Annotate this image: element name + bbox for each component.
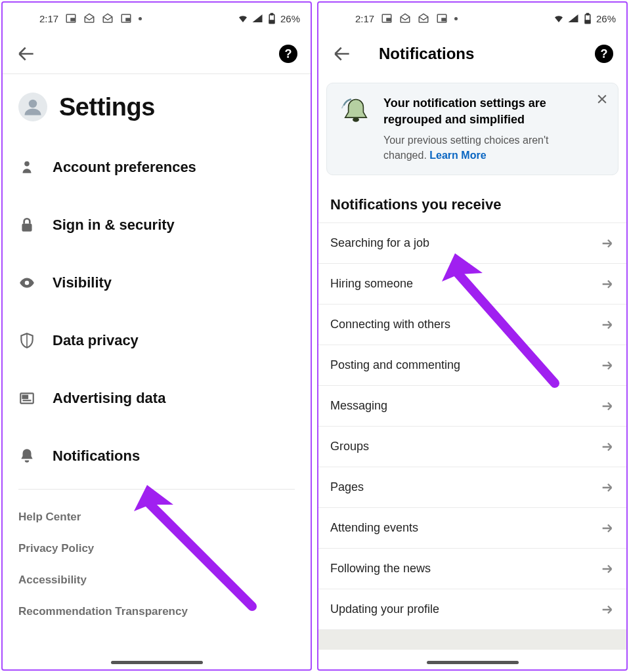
mail-icon bbox=[399, 12, 411, 24]
svg-rect-5 bbox=[269, 20, 274, 24]
arrow-right-icon bbox=[600, 358, 615, 373]
notif-item-label: Pages bbox=[330, 480, 364, 494]
notif-item-label: Messaging bbox=[330, 399, 387, 413]
notif-item-pages[interactable]: Pages bbox=[318, 467, 626, 508]
notif-item-connecting-with-others[interactable]: Connecting with others bbox=[318, 304, 626, 345]
info-banner: Your notification settings are regrouped… bbox=[326, 83, 618, 175]
cellular-icon bbox=[567, 12, 579, 24]
arrow-right-icon bbox=[600, 521, 615, 536]
footer-link-recommendation-transparency[interactable]: Recommendation Transparency bbox=[18, 596, 295, 627]
mail-icon bbox=[83, 12, 95, 24]
arrow-right-icon bbox=[600, 562, 615, 576]
battery-icon bbox=[266, 12, 278, 24]
settings-item-data-privacy[interactable]: Data privacy bbox=[18, 312, 295, 369]
settings-item-visibility[interactable]: Visibility bbox=[18, 254, 295, 312]
notif-item-label: Groups bbox=[330, 440, 369, 453]
svg-rect-12 bbox=[23, 396, 28, 398]
page-title: Settings bbox=[59, 93, 155, 121]
person-icon bbox=[18, 159, 35, 176]
arrow-right-icon bbox=[600, 440, 615, 454]
home-indicator[interactable] bbox=[427, 661, 519, 664]
shield-icon bbox=[18, 332, 35, 349]
notif-item-label: Searching for a job bbox=[330, 236, 429, 250]
notif-item-attending-events[interactable]: Attending events bbox=[318, 508, 626, 549]
notif-item-label: Updating your profile bbox=[330, 602, 439, 616]
notif-item-label: Connecting with others bbox=[330, 318, 450, 331]
status-bar: 2:17 26% bbox=[3, 3, 311, 34]
settings-item-label: Advertising data bbox=[53, 390, 165, 407]
status-battery: 26% bbox=[596, 13, 616, 24]
notif-item-posting-and-commenting[interactable]: Posting and commenting bbox=[318, 345, 626, 386]
arrow-right-icon bbox=[600, 277, 615, 291]
status-more-dot bbox=[139, 17, 142, 20]
settings-item-advertising-data[interactable]: Advertising data bbox=[18, 369, 295, 427]
status-bar: 2:17 26% bbox=[318, 3, 626, 34]
notif-item-following-the-news[interactable]: Following the news bbox=[318, 549, 626, 589]
cellular-icon bbox=[251, 12, 263, 24]
notif-item-groups[interactable]: Groups bbox=[318, 427, 626, 467]
footer-link-accessibility[interactable]: Accessibility bbox=[18, 564, 295, 596]
footer-links: Help Center Privacy Policy Accessibility… bbox=[3, 501, 311, 627]
lock-icon bbox=[18, 217, 35, 234]
notif-item-hiring-someone[interactable]: Hiring someone bbox=[318, 264, 626, 304]
settings-item-label: Account preferences bbox=[53, 159, 196, 176]
app-bar: Notifications ? bbox=[318, 34, 626, 74]
learn-more-link[interactable]: Learn More bbox=[429, 150, 486, 161]
avatar[interactable] bbox=[18, 93, 47, 121]
svg-point-21 bbox=[353, 117, 359, 122]
battery-icon bbox=[582, 12, 594, 24]
divider bbox=[18, 489, 295, 490]
banner-subtitle: Your previous setting choices aren't cha… bbox=[383, 133, 589, 163]
svg-rect-1 bbox=[71, 18, 74, 21]
page-title: Notifications bbox=[379, 45, 474, 63]
help-icon[interactable]: ? bbox=[595, 45, 613, 63]
section-title: Notifications you receive bbox=[318, 182, 626, 222]
svg-point-10 bbox=[25, 281, 30, 285]
svg-rect-6 bbox=[271, 14, 272, 15]
notif-item-label: Hiring someone bbox=[330, 277, 413, 291]
svg-point-7 bbox=[29, 100, 37, 108]
settings-item-sign-in-security[interactable]: Sign in & security bbox=[18, 196, 295, 254]
svg-rect-20 bbox=[586, 14, 588, 15]
svg-rect-17 bbox=[442, 18, 445, 21]
mail-icon bbox=[102, 12, 114, 24]
settings-item-label: Notifications bbox=[53, 448, 140, 465]
wifi-icon bbox=[553, 12, 565, 24]
settings-item-label: Sign in & security bbox=[53, 217, 175, 234]
arrow-right-icon bbox=[600, 399, 615, 413]
svg-point-8 bbox=[24, 161, 30, 167]
status-battery: 26% bbox=[280, 13, 300, 24]
footer-link-help-center[interactable]: Help Center bbox=[18, 501, 295, 533]
close-icon[interactable] bbox=[596, 93, 609, 106]
status-more-dot bbox=[454, 17, 458, 20]
app-bar: ? bbox=[3, 34, 311, 74]
home-indicator[interactable] bbox=[111, 661, 203, 664]
notif-item-label: Attending events bbox=[330, 521, 418, 535]
picture-in-picture-icon bbox=[120, 12, 132, 24]
arrow-right-icon bbox=[600, 602, 615, 617]
settings-item-account-preferences[interactable]: Account preferences bbox=[18, 138, 295, 196]
phone-settings: 2:17 26% ? Settings bbox=[1, 1, 312, 671]
svg-rect-3 bbox=[126, 18, 129, 21]
notif-item-searching-for-a-job[interactable]: Searching for a job bbox=[318, 223, 626, 264]
settings-list: Account preferences Sign in & security V… bbox=[3, 138, 311, 485]
notifications-list: Searching for a job Hiring someone Conne… bbox=[318, 222, 626, 630]
arrow-right-icon bbox=[600, 318, 615, 332]
back-icon[interactable] bbox=[16, 43, 37, 64]
svg-rect-9 bbox=[22, 224, 32, 232]
notif-item-label: Posting and commenting bbox=[330, 358, 460, 372]
settings-item-notifications[interactable]: Notifications bbox=[18, 427, 295, 485]
eye-icon bbox=[18, 274, 35, 291]
back-icon[interactable] bbox=[332, 43, 353, 64]
svg-rect-15 bbox=[387, 18, 390, 21]
footer-link-privacy-policy[interactable]: Privacy Policy bbox=[18, 533, 295, 564]
bell-illustration-icon bbox=[339, 95, 373, 129]
notif-item-updating-your-profile[interactable]: Updating your profile bbox=[318, 589, 626, 630]
mail-icon bbox=[418, 12, 429, 24]
phone-notifications: 2:17 26% Notifications ? bbox=[317, 1, 628, 671]
picture-in-picture-icon bbox=[381, 12, 393, 24]
help-icon[interactable]: ? bbox=[279, 45, 297, 63]
newspaper-icon bbox=[18, 390, 35, 407]
notif-item-messaging[interactable]: Messaging bbox=[318, 386, 626, 427]
status-time: 2:17 bbox=[39, 13, 58, 24]
